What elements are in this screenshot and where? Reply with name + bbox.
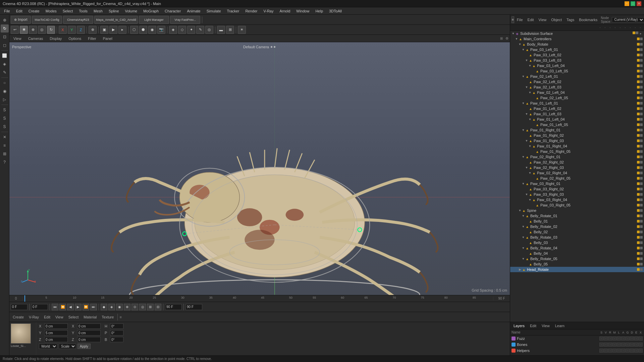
layer-helpers-l[interactable]: · bbox=[617, 349, 621, 353]
menu-file[interactable]: File bbox=[1, 8, 13, 14]
tree-row-spine[interactable]: ▼ ▲ Spine bbox=[510, 208, 644, 213]
z-input[interactable] bbox=[44, 337, 68, 342]
layer-bones-s[interactable]: · bbox=[599, 343, 603, 347]
toggle-paw01r01[interactable]: ▼ bbox=[522, 128, 525, 132]
tree-row-head-rotate[interactable]: ▶ ▲ Head_Rotate bbox=[510, 267, 644, 272]
tree-row-paw01r02[interactable]: ▲ Paw_01_Right_02 bbox=[510, 133, 644, 138]
layer-row-fuzz[interactable]: Fuzz · · · · · · · · · · bbox=[510, 336, 644, 342]
toggle-paw01l03[interactable]: ▼ bbox=[525, 112, 528, 116]
tree-row-paw03r02[interactable]: ▲ Paw_03_Right_02 bbox=[510, 186, 644, 192]
tree-row-paw02r05[interactable]: ▲ Paw_02_Right_05 bbox=[510, 176, 644, 181]
toggle-paw01l04[interactable]: ▼ bbox=[528, 118, 532, 121]
vp-tab-view[interactable]: View bbox=[11, 36, 24, 41]
tb-mograph-btn[interactable]: ◇ bbox=[178, 26, 186, 34]
tree-row-paw03l05[interactable]: ▲ Paw_03_Left_05 bbox=[510, 68, 644, 74]
maya-arnold-button[interactable]: Maya_Arnold_to_C4D_Arnold bbox=[94, 16, 138, 24]
tree-row-paw01l01[interactable]: ▼ ▲ Paw_01_Left_01 bbox=[510, 101, 644, 106]
toggle-subdivision[interactable]: ▼ bbox=[512, 32, 515, 35]
tree-row-belly04[interactable]: ▲ Belly_04 bbox=[510, 251, 644, 256]
tree-row-paw03r03[interactable]: ▼ ▲ Paw_03_Right_03 bbox=[510, 192, 644, 197]
toggle-paw02l01[interactable]: ▼ bbox=[522, 75, 525, 78]
menu-tools[interactable]: Tools bbox=[76, 8, 90, 14]
tree-row-belly02[interactable]: ▲ Belly_02 bbox=[510, 229, 644, 235]
toggle-paw03r01[interactable]: ▼ bbox=[522, 182, 525, 185]
menu-animate[interactable]: Animate bbox=[184, 8, 203, 14]
toggle-paw03r03[interactable]: ▼ bbox=[525, 193, 528, 196]
tree-row-paw01l04[interactable]: ▼ ▲ Paw_01_Left_04 bbox=[510, 117, 644, 122]
menu-render[interactable]: Render bbox=[243, 8, 260, 14]
menu-window[interactable]: Window bbox=[293, 8, 312, 14]
tl-keyframe-btn3[interactable]: ◉ bbox=[116, 304, 123, 310]
end-frame-input[interactable] bbox=[165, 304, 182, 310]
tree-row-paw02r02[interactable]: ▲ Paw_02_Right_02 bbox=[510, 160, 644, 165]
tl-keyframe-btn8[interactable]: ⊟ bbox=[155, 304, 161, 310]
tree-row-paw03l03[interactable]: ▼ ▲ Paw_03_Left_03 bbox=[510, 58, 644, 63]
btab-create[interactable]: Create bbox=[11, 315, 26, 319]
tool-s3[interactable]: S bbox=[1, 123, 9, 131]
tb-select-tool[interactable]: ✱ bbox=[20, 26, 28, 34]
toggle-spine[interactable]: ▼ bbox=[518, 209, 522, 212]
tool-move[interactable]: ⊕ bbox=[1, 16, 9, 24]
layer-fuzz-m[interactable]: · bbox=[612, 337, 616, 341]
layer-bones-m[interactable]: · bbox=[612, 343, 616, 347]
material-preview[interactable] bbox=[11, 323, 31, 344]
tree-row-paw03l02[interactable]: ▲ Paw_03_Left_02 bbox=[510, 52, 644, 58]
tb-cube[interactable]: ⬡ bbox=[130, 26, 138, 34]
vp-tab-cameras[interactable]: Cameras bbox=[25, 36, 46, 41]
tb-hair[interactable]: ✦ bbox=[187, 26, 195, 34]
tb-render-region[interactable]: ▣ bbox=[100, 26, 108, 34]
right-panel-toggle[interactable]: ≡ bbox=[512, 16, 514, 23]
timeline-bar[interactable]: 5 10 15 20 25 30 35 40 45 50 55 60 65 70… bbox=[23, 295, 493, 302]
layer-row-bones[interactable]: Bones · · · · · · · · · · bbox=[510, 342, 644, 348]
layer-bones-v[interactable]: · bbox=[604, 343, 608, 347]
tool-x[interactable]: ✕ bbox=[1, 133, 9, 141]
tree-row-belly-rot01[interactable]: ▼ ▲ Belly_Rotate_01 bbox=[510, 213, 644, 219]
tree-row-paw02r03[interactable]: ▼ ▲ Paw_02_Right_03 bbox=[510, 165, 644, 170]
tree-row-body-rotate[interactable]: ▼ ▲ Body_Rotate bbox=[510, 42, 644, 47]
tl-prev-frame[interactable]: ⏪ bbox=[59, 304, 66, 310]
tl-keyframe-btn6[interactable]: ◎ bbox=[139, 304, 146, 310]
menu-volume[interactable]: Volume bbox=[122, 8, 140, 14]
layer-fuzz-s[interactable]: · bbox=[599, 337, 603, 341]
toggle-belly-rot03[interactable]: ▼ bbox=[522, 236, 525, 239]
menu-edit[interactable]: Edit bbox=[13, 8, 25, 14]
toggle-paw01r03[interactable]: ▼ bbox=[525, 139, 528, 142]
tree-row-paw03r04[interactable]: ▼ ▲ Paw_03_Right_04 bbox=[510, 197, 644, 202]
layer-helpers-g[interactable]: · bbox=[626, 349, 630, 353]
tree-row-paw01r05[interactable]: ▲ Paw_01_Right_05 bbox=[510, 149, 644, 154]
tree-row-paw03l04[interactable]: ▼ ▲ Paw_03_Left_04 bbox=[510, 63, 644, 68]
vp-tab-panel[interactable]: Panel bbox=[100, 36, 115, 41]
tree-row-belly05[interactable]: ▲ Belly_05 bbox=[510, 261, 644, 267]
rtab-file[interactable]: File bbox=[515, 17, 525, 22]
tb-undo[interactable]: ↩ bbox=[11, 26, 19, 34]
tree-row-paw01l03[interactable]: ▼ ▲ Paw_01_Left_03 bbox=[510, 111, 644, 117]
layer-helpers-x[interactable]: · bbox=[639, 349, 643, 353]
world-dropdown[interactable]: World Object bbox=[39, 344, 57, 349]
tree-row-belly-rot04[interactable]: ▼ ▲ Belly_Rotate_04 bbox=[510, 245, 644, 251]
tree-row-belly-rot02[interactable]: ▼ ▲ Belly_Rotate_02 bbox=[510, 224, 644, 229]
maximize-button[interactable]: □ bbox=[631, 1, 635, 6]
tb-floor[interactable]: ▬ bbox=[217, 26, 225, 34]
layer-helpers-r[interactable]: · bbox=[608, 349, 612, 353]
menu-modes[interactable]: Modes bbox=[43, 8, 59, 14]
vray-fastprev-button[interactable]: Vray FastPrev... bbox=[170, 16, 200, 24]
tool-object[interactable]: ○ bbox=[1, 79, 9, 87]
tb-render-pic[interactable]: ▸ bbox=[118, 26, 126, 34]
toggle-paw03l03[interactable]: ▼ bbox=[525, 59, 528, 62]
hz-input[interactable] bbox=[77, 337, 101, 342]
tool-s1[interactable]: S bbox=[1, 106, 9, 114]
y-input[interactable] bbox=[44, 330, 68, 336]
layers-tab[interactable]: Layers bbox=[512, 323, 527, 328]
toggle-paw01l01[interactable]: ▼ bbox=[522, 102, 525, 105]
tb-x-axis[interactable]: X bbox=[59, 26, 67, 34]
toggle-belly-rot02[interactable]: ▼ bbox=[522, 225, 525, 228]
current-frame-input[interactable] bbox=[11, 304, 28, 310]
tree-row-paw02l02[interactable]: ▲ Paw_02_Left_02 bbox=[510, 79, 644, 84]
p-input[interactable] bbox=[110, 330, 123, 336]
tb-cam-btn[interactable]: 📷 bbox=[157, 26, 165, 34]
tool-question[interactable]: ? bbox=[1, 158, 9, 166]
tool-scale[interactable]: ⊡ bbox=[1, 33, 9, 41]
layer-bones-r[interactable]: · bbox=[608, 343, 612, 347]
layer-bones-l[interactable]: · bbox=[617, 343, 621, 347]
menu-arnold[interactable]: Arnold bbox=[277, 8, 293, 14]
